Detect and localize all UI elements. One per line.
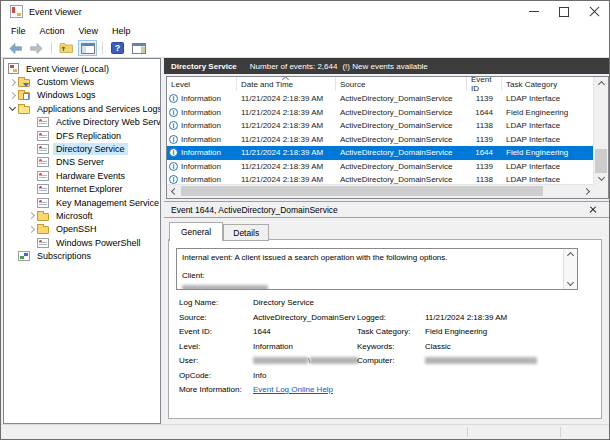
vertical-scrollbar[interactable]	[593, 77, 608, 185]
description-scrollbar[interactable]	[563, 249, 577, 289]
table-row[interactable]: Information11/21/2024 2:18:39 AMActiveDi…	[167, 146, 594, 160]
datetime-cell: 11/21/2024 2:18:39 AM	[237, 148, 336, 157]
event-log-icon	[37, 144, 49, 154]
tree-item-label: DNS Server	[53, 156, 107, 168]
table-row[interactable]: Information11/21/2024 2:18:39 AMActiveDi…	[167, 160, 594, 174]
tree-item-internet-explorer[interactable]: Internet Explorer	[4, 183, 160, 196]
show-hide-console-tree-button[interactable]	[78, 40, 97, 56]
column-header-task-category[interactable]: Task Category	[502, 77, 594, 91]
column-header-level[interactable]: Level	[167, 77, 237, 91]
field-label-source: Source:	[179, 313, 207, 322]
tree-item-dfs-replication[interactable]: DFS Replication	[4, 129, 160, 142]
scroll-up-icon[interactable]	[567, 252, 574, 259]
tree-indent	[26, 197, 37, 208]
source-cell: ActiveDirectory_DomainService	[336, 148, 467, 157]
field-value-log-name: Directory Service	[253, 298, 314, 307]
tree-item-label: Event Viewer (Local)	[23, 63, 112, 75]
field-label-keywords: Keywords:	[357, 342, 394, 351]
information-icon	[169, 94, 178, 103]
information-icon	[169, 108, 178, 117]
column-header-date-and-time[interactable]: Date and Time	[237, 77, 336, 91]
field-value-level: Information	[253, 342, 293, 351]
new-events-notice[interactable]: (!) New events available	[342, 62, 427, 71]
tab-general[interactable]: General	[169, 222, 223, 241]
toolbar-separator	[102, 42, 103, 54]
windows-logs-icon	[18, 92, 30, 100]
tree-item-directory-service[interactable]: Directory Service	[4, 142, 160, 155]
tree-item-applications-and-services-logs[interactable]: Applications and Services Logs	[4, 102, 160, 115]
close-button[interactable]	[579, 1, 609, 22]
level-text: Information	[181, 148, 221, 157]
menu-bar: File Action View Help	[1, 22, 610, 39]
column-header-source[interactable]: Source	[336, 77, 467, 91]
field-value-keywords: Classic	[425, 342, 451, 351]
field-label-logged: Logged:	[357, 313, 386, 322]
menu-file[interactable]: File	[4, 24, 33, 38]
level-text: Information	[181, 135, 221, 144]
event-log-icon	[37, 131, 49, 141]
information-icon	[169, 121, 178, 130]
task-category-cell: LDAP Interface	[502, 162, 594, 171]
tree-item-event-viewer-local[interactable]: Event Viewer (Local)	[4, 62, 160, 75]
collapse-chevron-icon[interactable]	[7, 103, 18, 114]
scroll-right-icon[interactable]	[583, 188, 590, 195]
scroll-up-icon[interactable]	[598, 81, 605, 88]
minimize-icon	[529, 11, 539, 12]
redacted-value	[425, 357, 537, 364]
column-header-event-id[interactable]: Event ID	[467, 77, 502, 91]
tree-item-key-management-service[interactable]: Key Management Service	[4, 196, 160, 209]
expand-chevron-icon[interactable]	[26, 224, 37, 235]
event-description-box[interactable]: Internal event: A client issued a search…	[176, 248, 578, 290]
table-row[interactable]: Information11/21/2024 2:18:39 AMActiveDi…	[167, 119, 594, 133]
menu-action[interactable]: Action	[33, 24, 72, 38]
window-title: Event Viewer	[29, 7, 82, 17]
tree-item-windows-logs[interactable]: Windows Logs	[4, 89, 160, 102]
level-text: Information	[181, 175, 221, 184]
tree-indent	[26, 130, 37, 141]
tree-item-dns-server[interactable]: DNS Server	[4, 156, 160, 169]
toolbar: ?	[1, 39, 610, 58]
tree-item-subscriptions[interactable]: Subscriptions	[4, 249, 160, 262]
scroll-down-icon[interactable]	[598, 174, 605, 181]
table-row[interactable]: Information11/21/2024 2:18:39 AMActiveDi…	[167, 133, 594, 147]
scroll-left-icon[interactable]	[171, 188, 178, 195]
scroll-down-icon[interactable]	[567, 279, 574, 286]
source-cell: ActiveDirectory_DomainService	[336, 121, 467, 130]
tree-indent	[7, 251, 18, 262]
tab-details[interactable]: Details	[223, 224, 269, 241]
expand-chevron-icon[interactable]	[7, 77, 18, 88]
table-row[interactable]: Information11/21/2024 2:18:39 AMActiveDi…	[167, 92, 594, 106]
tree-item-active-directory-web-services[interactable]: Active Directory Web Services	[4, 116, 160, 129]
tree-item-custom-views[interactable]: Custom Views	[4, 75, 160, 88]
scrollbar-thumb[interactable]	[181, 186, 543, 196]
help-button[interactable]: ?	[108, 40, 127, 56]
menu-help[interactable]: Help	[105, 24, 138, 38]
up-one-level-button[interactable]	[57, 40, 76, 56]
level-cell: Information	[167, 175, 237, 184]
minimize-button[interactable]	[519, 1, 549, 22]
expand-chevron-icon[interactable]	[7, 90, 18, 101]
table-row[interactable]: Information11/21/2024 2:18:39 AMActiveDi…	[167, 106, 594, 120]
expand-chevron-icon[interactable]	[26, 210, 37, 221]
field-value-user: \	[253, 356, 358, 365]
tree-item-hardware-events[interactable]: Hardware Events	[4, 169, 160, 182]
field-label-task-category: Task Category:	[357, 327, 410, 336]
close-details-icon[interactable]	[589, 206, 597, 214]
maximize-button[interactable]	[549, 1, 579, 22]
field-value-computer	[425, 356, 537, 365]
tree-item-windows-powershell[interactable]: Windows PowerShell	[4, 236, 160, 249]
horizontal-scrollbar[interactable]	[167, 184, 594, 198]
menu-view[interactable]: View	[72, 24, 105, 38]
event-details-header[interactable]: Event 1644, ActiveDirectory_DomainServic…	[164, 201, 609, 218]
redacted-value	[310, 357, 358, 364]
tree-item-microsoft[interactable]: Microsoft	[4, 209, 160, 222]
show-hide-action-pane-button[interactable]	[129, 40, 148, 56]
column-headers: Level Date and Time Source Event ID Task…	[167, 77, 594, 91]
tree-item-openssh[interactable]: OpenSSH	[4, 223, 160, 236]
event-log-online-help-link[interactable]: Event Log Online Help	[253, 385, 333, 394]
back-button[interactable]	[6, 40, 25, 56]
scrollbar-thumb[interactable]	[595, 149, 607, 173]
pane-splitter[interactable]	[161, 58, 164, 425]
forward-button[interactable]	[27, 40, 46, 56]
event-description: Internal event: A client issued a search…	[177, 249, 577, 280]
